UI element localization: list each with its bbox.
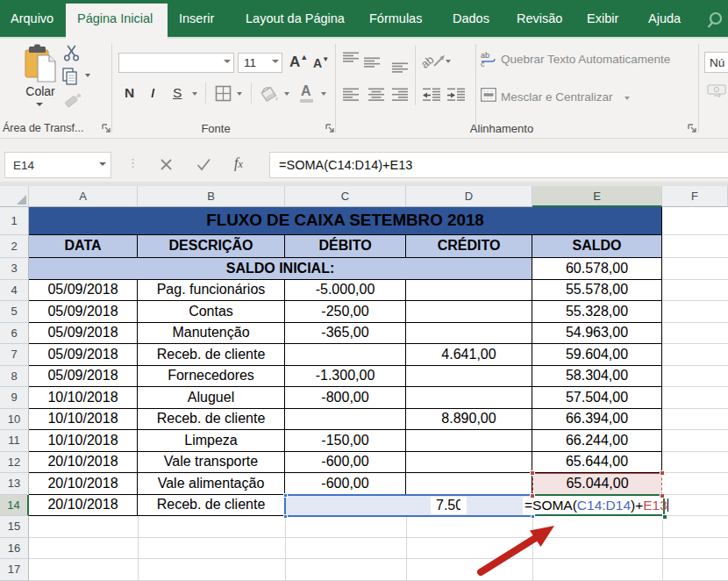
svg-text:ab: ab — [481, 51, 489, 60]
svg-text:c: c — [481, 60, 485, 67]
